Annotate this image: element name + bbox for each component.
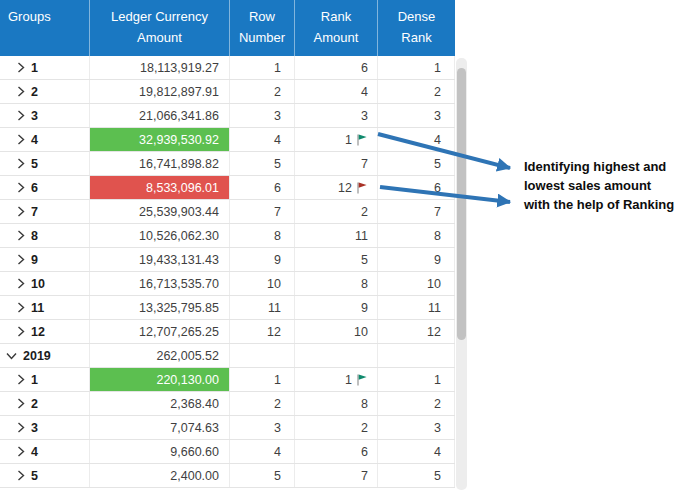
vertical-scrollbar[interactable] [456, 58, 467, 490]
dense-rank-value: 2 [434, 85, 441, 99]
chevron-right-icon[interactable] [17, 230, 25, 241]
dense-rank-value: 9 [434, 253, 441, 267]
annotation-text: Identifying highest and lowest sales amo… [524, 157, 680, 214]
dense-rank-cell: 3 [378, 104, 455, 127]
table-row[interactable]: 219,812,897.91242 [0, 80, 455, 104]
chevron-right-icon[interactable] [17, 110, 25, 121]
amount-cell: 21,066,341.86 [90, 104, 230, 127]
chevron-down-icon[interactable] [6, 352, 17, 360]
chevron-right-icon[interactable] [17, 374, 25, 385]
table-row[interactable]: 321,066,341.86333 [0, 104, 455, 128]
green-flag-icon [355, 373, 368, 387]
group-label: 3 [31, 421, 38, 435]
chevron-right-icon[interactable] [17, 206, 25, 217]
row-number-cell: 2 [230, 80, 295, 103]
group-label: 6 [31, 181, 38, 195]
chevron-right-icon[interactable] [17, 398, 25, 409]
group-label: 2019 [23, 349, 51, 363]
dense-rank-cell: 4 [378, 128, 455, 151]
table-header: Groups Ledger Currency Amount Row Number… [0, 0, 455, 56]
column-header-label: Amount [314, 27, 359, 48]
table-row[interactable]: 118,113,919.27161 [0, 56, 455, 80]
group-cell: 1 [0, 56, 90, 79]
rank-cell: 6 [295, 56, 378, 79]
table-row[interactable]: 1212,707,265.25121012 [0, 320, 455, 344]
chevron-right-icon[interactable] [17, 86, 25, 97]
chevron-right-icon[interactable] [17, 278, 25, 289]
row-number-cell: 1 [230, 56, 295, 79]
rank-cell: 8 [295, 392, 378, 415]
chevron-right-icon[interactable] [17, 302, 25, 313]
group-label: 2 [31, 85, 38, 99]
table-row[interactable]: 49,660.60464 [0, 440, 455, 464]
dense-rank-cell: 12 [378, 320, 455, 343]
amount-value: 13,325,795.85 [139, 301, 219, 315]
chevron-right-icon[interactable] [17, 254, 25, 265]
group-label: 10 [31, 277, 45, 291]
rank-cell: 7 [295, 464, 378, 487]
table-row[interactable]: 919,433,131.43959 [0, 248, 455, 272]
row-number-value: 3 [274, 421, 281, 435]
amount-value: 18,113,919.27 [140, 61, 219, 75]
table-body: 118,113,919.27161219,812,897.91242321,06… [0, 56, 455, 488]
table-row[interactable]: 1220,130.00111 [0, 368, 455, 392]
chevron-right-icon[interactable] [17, 158, 25, 169]
row-number-cell: 12 [230, 320, 295, 343]
red-flag-icon [355, 181, 368, 195]
scrollbar-thumb[interactable] [457, 68, 466, 340]
dense-rank-cell: 10 [378, 272, 455, 295]
chevron-right-icon[interactable] [17, 422, 25, 433]
column-header-ledger-currency-amount[interactable]: Ledger Currency Amount [90, 0, 230, 56]
table-row[interactable]: 2019262,005.52 [0, 344, 455, 368]
group-label: 8 [31, 229, 38, 243]
table-row[interactable]: 725,539,903.44727 [0, 200, 455, 224]
chevron-right-icon[interactable] [17, 134, 25, 145]
column-header-rank-amount[interactable]: Rank Amount [295, 0, 378, 56]
chevron-right-icon[interactable] [17, 182, 25, 193]
amount-value: 32,939,530.92 [139, 133, 219, 147]
column-header-row-number[interactable]: Row Number [230, 0, 295, 56]
amount-cell: 10,526,062.30 [90, 224, 230, 247]
rank-cell: 11 [295, 224, 378, 247]
rank-cell: 2 [295, 200, 378, 223]
table-row[interactable]: 68,533,096.016126 [0, 176, 455, 200]
amount-cell: 262,005.52 [90, 344, 230, 367]
dense-rank-value: 2 [434, 397, 441, 411]
amount-cell: 32,939,530.92 [90, 128, 230, 151]
table-row[interactable]: 37,074.63323 [0, 416, 455, 440]
dense-rank-value: 5 [434, 157, 441, 171]
amount-value: 19,812,897.91 [139, 85, 219, 99]
group-label: 11 [31, 301, 44, 315]
table-row[interactable]: 810,526,062.308118 [0, 224, 455, 248]
row-number-cell: 3 [230, 416, 295, 439]
group-cell: 5 [0, 464, 90, 487]
amount-cell: 2,368.40 [90, 392, 230, 415]
amount-cell: 7,074.63 [90, 416, 230, 439]
table-row[interactable]: 516,741,898.82575 [0, 152, 455, 176]
dense-rank-cell: 9 [378, 248, 455, 271]
column-header-groups[interactable]: Groups [0, 0, 90, 56]
amount-cell: 18,113,919.27 [90, 56, 230, 79]
annotation-line: lowest sales amount [524, 176, 680, 195]
group-cell: 5 [0, 152, 90, 175]
column-header-dense-rank[interactable]: Dense Rank [378, 0, 455, 56]
chevron-right-icon[interactable] [17, 446, 25, 457]
chevron-right-icon[interactable] [17, 62, 25, 73]
chevron-right-icon[interactable] [17, 470, 25, 481]
dense-rank-value: 8 [434, 229, 441, 243]
column-header-label: Rank [401, 27, 431, 48]
rank-value: 6 [361, 445, 368, 459]
table-row[interactable]: 52,400.00575 [0, 464, 455, 488]
chevron-right-icon[interactable] [17, 326, 25, 337]
table-row[interactable]: 22,368.40282 [0, 392, 455, 416]
dense-rank-value: 10 [427, 277, 441, 291]
amount-cell: 16,713,535.70 [90, 272, 230, 295]
dense-rank-value: 11 [428, 301, 441, 315]
table-row[interactable]: 1016,713,535.7010810 [0, 272, 455, 296]
table-row[interactable]: 1113,325,795.8511911 [0, 296, 455, 320]
row-number-cell: 10 [230, 272, 295, 295]
dense-rank-cell: 4 [378, 440, 455, 463]
rank-cell: 8 [295, 272, 378, 295]
dense-rank-cell: 6 [378, 176, 455, 199]
table-row[interactable]: 432,939,530.92414 [0, 128, 455, 152]
